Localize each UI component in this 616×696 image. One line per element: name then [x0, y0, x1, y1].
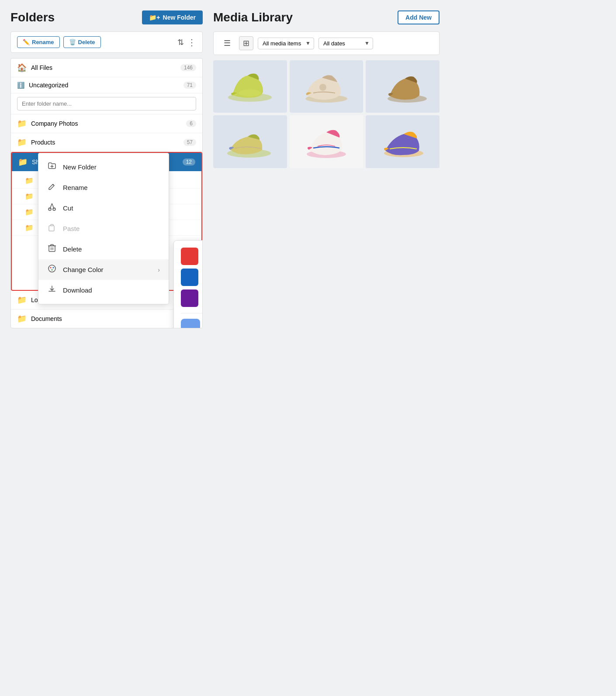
- rename-icon: ✏️: [23, 39, 30, 45]
- media-item-3[interactable]: [366, 60, 440, 113]
- menu-label: Change Color: [63, 266, 104, 273]
- media-item-2[interactable]: [290, 60, 363, 113]
- new-folder-button[interactable]: 📁+ New Folder: [142, 10, 203, 24]
- date-filter-select[interactable]: All dates January 2024 February 2024 Mar…: [318, 38, 373, 49]
- media-item-1[interactable]: [213, 60, 287, 113]
- folder-label: Company Photos: [31, 120, 182, 127]
- menu-label: Delete: [63, 245, 82, 253]
- folder-item-uncategorized[interactable]: ℹ️ Uncategorized 71: [11, 77, 202, 93]
- shoe-image-6: [371, 122, 434, 162]
- svg-point-10: [53, 267, 54, 269]
- rename-button[interactable]: ✏️ Rename: [17, 36, 60, 48]
- documents-icon: 📁: [17, 314, 27, 324]
- menu-label: New Folder: [63, 163, 97, 171]
- folder-label: All Files: [31, 64, 176, 71]
- menu-item-new-folder[interactable]: New Folder: [38, 157, 169, 177]
- shoe-image-5: [295, 122, 357, 162]
- all-files-icon: 🏠: [17, 63, 27, 72]
- folder-toolbar: ✏️ Rename 🗑️ Delete ⇅ ⋮: [10, 31, 203, 53]
- folder-count: 146: [180, 64, 196, 71]
- new-folder-icon: [47, 162, 57, 172]
- folder-count: 57: [183, 139, 196, 146]
- menu-item-rename[interactable]: Rename: [38, 177, 169, 198]
- folder-count: 6: [186, 120, 196, 127]
- color-picker-footer: ↺: [181, 313, 203, 328]
- svg-point-15: [319, 84, 326, 91]
- menu-item-cut[interactable]: Cut: [38, 198, 169, 218]
- folder-list: 🏠 All Files 146 ℹ️ Uncategorized 71 📁 Co…: [10, 58, 203, 328]
- svg-point-11: [52, 269, 53, 271]
- media-filter-wrapper: All media items Images Audio Video Docum…: [258, 38, 314, 49]
- folder-label: Uncategorized: [29, 82, 179, 89]
- media-filter-select[interactable]: All media items Images Audio Video Docum…: [258, 38, 314, 49]
- download-icon: [47, 285, 57, 296]
- folder-name-input[interactable]: [17, 97, 196, 110]
- folder-item-company-photos[interactable]: 📁 Company Photos 6: [11, 114, 202, 133]
- shoe-image-1: [219, 67, 281, 106]
- svg-point-8: [48, 265, 55, 272]
- svg-point-9: [50, 267, 52, 269]
- menu-label: Download: [63, 286, 92, 294]
- new-folder-icon: 📁+: [149, 14, 160, 21]
- palette-icon: [47, 264, 57, 275]
- color-swatch-grid: [181, 248, 203, 307]
- media-item-6[interactable]: [366, 115, 440, 168]
- add-new-button[interactable]: Add New: [398, 10, 440, 24]
- delete-icon: 🗑️: [69, 39, 76, 45]
- list-view-button[interactable]: ☰: [220, 36, 235, 50]
- svg-rect-7: [49, 246, 55, 252]
- sort-button[interactable]: ⇅: [177, 38, 184, 47]
- color-preview-swatch: [181, 319, 200, 328]
- delete-menu-icon: [47, 244, 57, 255]
- media-library-title: Media Library: [213, 10, 293, 24]
- menu-label: Cut: [63, 204, 73, 212]
- folders-title: Folders: [10, 10, 55, 24]
- products-icon: 📁: [17, 138, 27, 147]
- folder-item-products[interactable]: 📁 Products 57: [11, 133, 202, 152]
- menu-item-change-color[interactable]: Change Color ›: [38, 259, 169, 280]
- logos-icon: 📁: [17, 295, 27, 305]
- paste-icon: [47, 223, 57, 234]
- context-menu: New Folder Rename: [38, 153, 169, 304]
- uncategorized-icon: ℹ️: [17, 82, 24, 89]
- menu-label: Paste: [63, 225, 80, 232]
- shoe-image-3: [371, 67, 434, 106]
- media-toolbar: ☰ ⊞ All media items Images Audio Video D…: [213, 31, 440, 55]
- menu-item-download[interactable]: Download: [38, 280, 169, 300]
- folder-label: Documents: [31, 315, 196, 322]
- svg-point-13: [239, 90, 261, 96]
- color-swatch[interactable]: [181, 248, 198, 265]
- active-folder-section: 📁 Shoes 12 📁 Hats 📁 Shirts 📁 Be: [11, 152, 202, 291]
- shoes-icon: 📁: [18, 157, 28, 167]
- color-picker: ↺: [173, 240, 203, 328]
- more-options-button[interactable]: ⋮: [187, 37, 196, 48]
- grid-view-button[interactable]: ⊞: [239, 36, 253, 50]
- hats-icon: 📁: [25, 176, 34, 185]
- rename-icon: [47, 182, 57, 193]
- menu-item-paste[interactable]: Paste: [38, 218, 169, 239]
- color-swatch[interactable]: [181, 289, 198, 307]
- date-filter-wrapper: All dates January 2024 February 2024 Mar…: [318, 38, 373, 49]
- folder-input-row: [11, 93, 202, 114]
- svg-rect-6: [49, 226, 54, 231]
- company-photos-icon: 📁: [17, 119, 27, 128]
- folder-item-all-files[interactable]: 🏠 All Files 146: [11, 59, 202, 77]
- media-grid: [213, 60, 440, 168]
- color-swatch[interactable]: [181, 269, 198, 286]
- menu-label: Rename: [63, 184, 88, 191]
- media-item-5[interactable]: [290, 115, 363, 168]
- media-item-4[interactable]: [213, 115, 287, 168]
- belts-icon: 📁: [25, 208, 34, 216]
- cut-icon: [47, 203, 57, 214]
- shirts-icon: 📁: [25, 192, 34, 200]
- folder-label: Products: [31, 139, 179, 146]
- menu-item-delete[interactable]: Delete: [38, 239, 169, 259]
- delete-button[interactable]: 🗑️ Delete: [63, 36, 101, 48]
- shoe-image-2: [295, 67, 357, 106]
- folder-count: 12: [183, 158, 195, 165]
- shoe-image-4: [219, 122, 281, 162]
- submenu-chevron-icon: ›: [158, 266, 160, 273]
- folder-count: 71: [183, 82, 196, 89]
- bags-icon: 📁: [25, 224, 34, 232]
